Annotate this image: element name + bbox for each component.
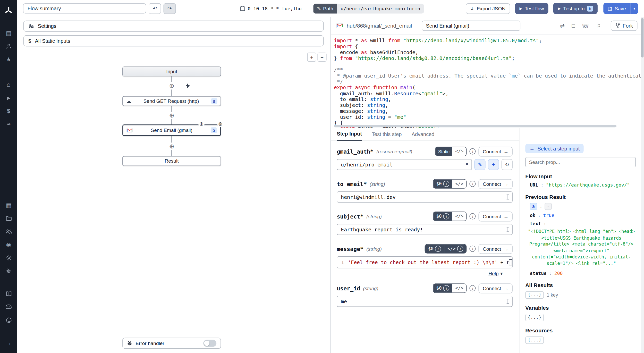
test-flow-button[interactable]: ▶ Test flow	[515, 3, 548, 14]
plug-icon[interactable]	[506, 194, 510, 200]
to_email-input[interactable]	[337, 191, 512, 203]
schedules-calendar-icon[interactable]: ▦	[3, 200, 14, 210]
plug-icon[interactable]	[506, 299, 510, 304]
folder-icon[interactable]	[3, 213, 14, 223]
refresh-icon[interactable]: ↻	[502, 159, 513, 170]
search-prop-input[interactable]	[525, 157, 636, 167]
groups-users-icon[interactable]	[3, 226, 14, 237]
code-mode-button[interactable]: </>	[452, 180, 466, 188]
select-step-input-button[interactable]: ← Select a step input	[525, 144, 584, 153]
arg-badge[interactable]: $0i	[433, 212, 452, 221]
gmail_auth-input[interactable]	[337, 159, 472, 170]
code-mode-button[interactable]: </>	[452, 212, 466, 221]
add-resource-button[interactable]: +	[488, 159, 499, 170]
code-horizontal-scrollbar[interactable]	[334, 125, 616, 128]
object-chip[interactable]: {...}	[525, 314, 544, 321]
add-step-button[interactable]: ⊕	[168, 142, 175, 150]
audit-eye-icon[interactable]: ◉	[3, 239, 14, 250]
zoom-in-button[interactable]: +	[307, 53, 316, 62]
error-handler-toggle[interactable]	[203, 340, 216, 347]
prop-row-ok[interactable]: ok : true	[525, 213, 636, 218]
gear-icon[interactable]	[3, 252, 14, 263]
code-mode-button-active[interactable]: </>i	[444, 245, 466, 253]
hub-script-path[interactable]: hub/868/gmail/_send_email	[347, 23, 412, 29]
tab-advanced[interactable]: Advanced	[412, 131, 435, 140]
connect-button[interactable]: Connect→	[479, 211, 513, 221]
clipboard-list-icon[interactable]: ▤	[3, 28, 14, 38]
tab-test-this-step[interactable]: Test this step	[372, 131, 402, 140]
collapse-arrow-icon[interactable]: →	[3, 338, 14, 348]
user-icon[interactable]	[3, 41, 14, 51]
tab-step-input[interactable]: Step Input	[337, 131, 362, 141]
info-icon[interactable]: i	[470, 285, 476, 291]
windmill-logo[interactable]	[3, 5, 14, 16]
message-expression-editor[interactable]: 1 'Feel free to check out the latest rep…	[337, 256, 512, 268]
code-editor[interactable]: import * as wmill from "https://deno.lan…	[331, 35, 641, 128]
object-chip[interactable]: {...}	[525, 291, 544, 299]
redo-button[interactable]: ↷	[164, 3, 176, 14]
text-value[interactable]: "<!DOCTYPE html> <html lang="en"> <head>…	[528, 228, 635, 267]
add-step-button[interactable]: ⊕	[168, 112, 175, 119]
flow-path-value[interactable]: u/henri/earthquake_monitorin	[337, 4, 424, 13]
flow-node-gmail-selected[interactable]: Send Email (gmail) b	[122, 124, 221, 136]
connect-button[interactable]: Connect→	[479, 283, 513, 293]
bug-icon[interactable]	[3, 265, 14, 276]
code-mode-button[interactable]: </>	[452, 284, 466, 292]
delete-node-button[interactable]: ⊗	[217, 121, 223, 127]
save-dropdown-button[interactable]: ▾	[630, 3, 638, 14]
flow-settings-button[interactable]: Settings	[23, 21, 324, 32]
docs-book-icon[interactable]	[3, 288, 14, 299]
test-up-to-button[interactable]: ▶ Test up to b	[553, 3, 597, 14]
zoom-out-button[interactable]: −	[317, 53, 326, 62]
resources-wave-icon[interactable]: ≈	[3, 119, 14, 129]
github-icon[interactable]	[3, 315, 14, 325]
flow-node-result[interactable]: Result	[122, 156, 221, 166]
prop-row-text[interactable]: text :	[525, 221, 636, 226]
connect-button[interactable]: Connect→	[479, 244, 513, 254]
path-edit-button[interactable]: ✎ Path	[313, 4, 337, 13]
star-icon[interactable]: ★	[3, 54, 14, 64]
collapsed-value-chip[interactable]: -	[545, 203, 552, 210]
arg-badge[interactable]: $0i	[433, 284, 452, 292]
scrollbar-thumb[interactable]	[641, 18, 644, 57]
help-link[interactable]: Help	[488, 271, 498, 276]
info-icon[interactable]: i	[470, 148, 476, 155]
vertical-scrollbar[interactable]	[641, 17, 644, 353]
step-summary-input[interactable]	[422, 21, 520, 31]
connect-button[interactable]: Connect→	[479, 146, 513, 156]
edit-resource-button[interactable]: ✎	[474, 159, 486, 170]
info-icon[interactable]: i	[470, 181, 476, 187]
info-icon[interactable]: i	[470, 213, 476, 219]
code-mode-button[interactable]: </>	[452, 147, 466, 156]
plug-icon[interactable]	[506, 227, 510, 232]
home-icon[interactable]: ⌂	[3, 79, 14, 90]
flow-node-input[interactable]: Input	[122, 66, 221, 76]
prop-row-a[interactable]: a : -	[525, 203, 636, 210]
arg-badge[interactable]: $0i	[433, 180, 452, 188]
schedule-display[interactable]: 0 10 18 * * tue,thu	[240, 6, 302, 11]
error-handler-bar[interactable]: Error handler	[122, 338, 221, 349]
prop-row-status[interactable]: status : 200	[525, 271, 636, 276]
flow-node-http[interactable]: ☁ Send GET Request (http) a	[122, 96, 221, 106]
flag-icon[interactable]: ⚐	[596, 22, 601, 29]
object-chip[interactable]: {...}	[525, 336, 544, 344]
add-step-button[interactable]: ⊕	[168, 82, 175, 90]
prop-row-url[interactable]: URL : "https://earthquake.usgs.gov/"	[525, 182, 636, 188]
move-node-handle[interactable]: ⊕	[198, 121, 205, 127]
flow-summary-input[interactable]	[23, 3, 146, 14]
dollar-icon[interactable]: $	[3, 106, 14, 116]
swap-icon[interactable]: ⇄	[560, 22, 565, 29]
expand-icon[interactable]: □	[572, 23, 575, 29]
clear-icon[interactable]: ×	[465, 161, 469, 167]
arg-badge[interactable]: $0i	[425, 245, 444, 253]
phone-icon[interactable]: ☏	[582, 22, 589, 29]
step-badge-a[interactable]: a	[530, 203, 537, 210]
all-static-inputs-button[interactable]: $ All Static Inputs	[23, 35, 324, 46]
undo-button[interactable]: ↶	[149, 3, 161, 14]
user_id-input[interactable]	[337, 296, 512, 307]
fork-button[interactable]: Fork	[611, 21, 638, 31]
save-button[interactable]: Save	[603, 3, 630, 14]
info-icon[interactable]: i	[470, 246, 476, 252]
discord-icon[interactable]	[3, 301, 14, 312]
subject-input[interactable]	[337, 224, 512, 235]
